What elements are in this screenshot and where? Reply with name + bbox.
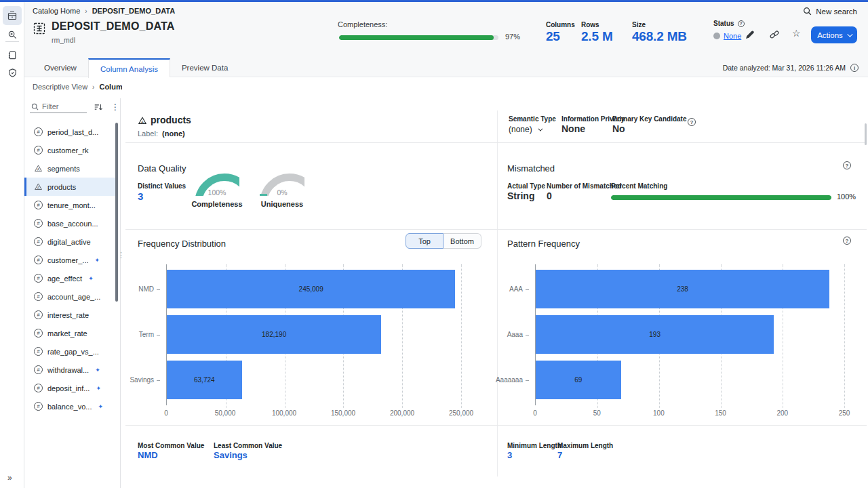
column-item[interactable]: #withdrawal...✦ <box>24 361 115 379</box>
tab-bar: Overview Column Analysis Preview Data <box>33 58 239 77</box>
column-header-help-icon[interactable]: ? <box>688 118 696 126</box>
svg-text:A: A <box>141 120 144 124</box>
status-dot <box>713 33 720 39</box>
column-item[interactable]: #age_effect✦ <box>24 269 115 287</box>
svg-text:A: A <box>37 186 40 190</box>
max-length-value: 7 <box>557 450 562 460</box>
favorite-star-icon[interactable]: ☆ <box>792 28 801 39</box>
expand-rail-button[interactable]: » <box>7 473 12 483</box>
governance-nav-icon[interactable] <box>3 63 22 82</box>
column-item[interactable]: #deposit_inf...✦ <box>24 379 115 397</box>
mismatched-count-value: 0 <box>547 190 552 201</box>
most-common-label: Most Common Value <box>138 442 204 449</box>
column-item[interactable]: #tenure_mont... <box>24 196 115 214</box>
column-item[interactable]: #market_rate <box>24 324 115 342</box>
pattern-frequency-chart: AAA 238 Aaaa 193 Aaaaaaa 69 0 50 100 150… <box>493 263 844 429</box>
most-common-value: NMD <box>138 450 158 460</box>
breadcrumb-catalog-home[interactable]: Catalog Home <box>33 7 80 15</box>
column-item[interactable]: #digital_active <box>24 232 115 251</box>
toggle-top-button[interactable]: Top <box>406 233 443 249</box>
content-scrollbar[interactable] <box>865 123 867 145</box>
tab-overview[interactable]: Overview <box>33 58 88 77</box>
category-label: AAA <box>488 270 529 308</box>
numeric-type-icon: # <box>34 329 43 338</box>
svg-text:A: A <box>37 167 40 171</box>
category-label: Savings <box>119 361 160 399</box>
least-common-value: Savings <box>214 450 248 460</box>
bar-savings: 63,724 <box>167 361 242 399</box>
search-icon <box>31 103 39 110</box>
size-value: 468.2 MB <box>632 29 687 44</box>
gauge-label: Uniqueness <box>241 200 323 208</box>
column-list-panel: ⋮ #period_last_d... #customer_rk Asegmen… <box>24 98 121 488</box>
pencil-icon <box>745 29 755 40</box>
column-item[interactable]: #rate_gap_vs_... <box>24 342 115 361</box>
descriptive-view-link[interactable]: Descriptive View <box>33 83 87 91</box>
string-type-icon: A <box>34 182 43 191</box>
column-analysis-content: A products Label: (none) Semantic Type (… <box>122 77 868 488</box>
column-item[interactable]: #account_age_... <box>24 287 115 306</box>
completeness-bar <box>339 35 498 40</box>
tab-column-analysis[interactable]: Column Analysis <box>88 58 170 78</box>
overflow-menu-icon[interactable]: ⋮ <box>111 102 119 112</box>
filter-input-wrap <box>30 100 87 113</box>
min-length-value: 3 <box>507 450 512 460</box>
column-item[interactable]: #period_last_d... <box>24 123 115 141</box>
numeric-type-icon: # <box>34 310 43 319</box>
new-search-button[interactable]: New search <box>803 7 857 16</box>
filter-input[interactable] <box>42 102 84 110</box>
actual-type-label: Actual Type <box>507 182 545 190</box>
left-nav-rail: » <box>0 2 24 488</box>
x-axis: 0 50,000 100,000 150,000 200,000 250,000 <box>166 409 461 419</box>
bar-term: 182,190 <box>167 315 381 354</box>
numeric-type-icon: # <box>34 292 43 301</box>
data-asset-icon <box>33 22 46 38</box>
pattern-frequency-help-icon[interactable]: ? <box>843 237 851 245</box>
rows-value: 2.5 M <box>581 29 613 44</box>
max-length-label: Maximum Length <box>557 442 613 449</box>
chart-plot: AAA 238 Aaaa 193 Aaaaaaa 69 <box>535 264 844 405</box>
gauge-percent: 100% <box>195 188 239 196</box>
mismatched-help-icon[interactable]: ? <box>843 161 851 169</box>
edit-button[interactable] <box>745 29 755 43</box>
column-item[interactable]: #interest_rate <box>24 306 115 324</box>
notebook-nav-icon[interactable] <box>3 45 22 64</box>
date-analyzed-info-icon[interactable]: i <box>850 64 859 72</box>
section-divider <box>125 229 867 230</box>
sidebar-scrollbar[interactable] <box>115 123 118 302</box>
column-item[interactable]: Asegments <box>24 159 115 178</box>
bar-aaaaaaa: 69 <box>536 361 621 399</box>
percent-matching-fill <box>611 195 831 200</box>
numeric-type-icon: # <box>34 219 43 228</box>
catalog-nav-icon[interactable] <box>3 6 22 25</box>
column-item[interactable]: #customer_...✦ <box>24 251 115 269</box>
gauge-percent: 0% <box>260 188 304 196</box>
date-analyzed-text: Date analyzed: Mar 31, 2026 11:26 AM <box>723 64 846 72</box>
link-button[interactable] <box>769 29 780 43</box>
numeric-type-icon: # <box>34 146 43 155</box>
section-divider <box>125 142 867 143</box>
min-length-label: Minimum Length <box>507 442 561 449</box>
column-item[interactable]: #customer_rk <box>24 141 115 159</box>
completeness-bar-fill <box>339 35 494 40</box>
sort-button[interactable] <box>94 102 103 112</box>
pattern-frequency-title: Pattern Frequency <box>507 239 580 249</box>
column-item-selected[interactable]: Aproducts <box>24 178 115 196</box>
chart-plot: NMD 245,009 Term 182,190 Savings 63,724 <box>166 264 461 405</box>
column-item[interactable]: #balance_vo...✦ <box>24 397 115 415</box>
bar-aaa: 238 <box>536 270 829 308</box>
semantic-type-dropdown[interactable]: (none) <box>509 125 541 134</box>
completeness-label: Completeness: <box>338 20 387 28</box>
status-value-link[interactable]: None <box>724 32 741 40</box>
column-item[interactable]: #base_accoun... <box>24 214 115 232</box>
toggle-bottom-button[interactable]: Bottom <box>443 233 481 249</box>
ai-sparkle-icon: ✦ <box>95 367 100 373</box>
breadcrumb-separator: › <box>85 7 87 15</box>
percent-matching-label: Percent Matching <box>611 182 667 190</box>
tab-preview-data[interactable]: Preview Data <box>170 58 239 77</box>
catalog-asset-page: » Catalog Home › DEPOSIT_DEMO_DATA New s… <box>0 0 868 488</box>
status-info-icon[interactable]: ? <box>738 20 745 27</box>
primary-key-value: No <box>612 123 625 134</box>
rows-label: Rows <box>581 21 599 28</box>
actions-button[interactable]: Actions <box>811 26 857 43</box>
